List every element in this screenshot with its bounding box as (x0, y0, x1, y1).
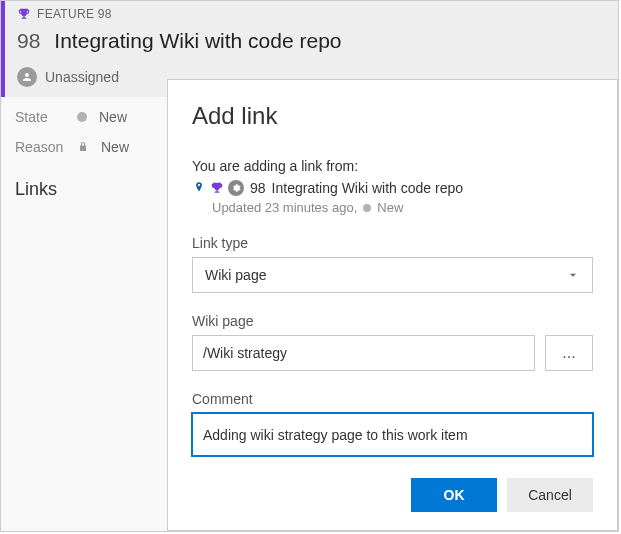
dialog-lead-text: You are adding a link from: (192, 158, 593, 174)
trophy-icon (17, 7, 31, 21)
source-work-item-subline: Updated 23 minutes ago, New (212, 200, 593, 215)
work-item-type-label: FEATURE 98 (37, 7, 112, 21)
wiki-page-input[interactable] (192, 335, 535, 371)
chevron-down-icon (566, 268, 580, 282)
state-value: New (99, 109, 127, 125)
add-link-dialog: Add link You are adding a link from: 98 … (167, 79, 618, 531)
assigned-to-value: Unassigned (45, 69, 119, 85)
source-state-text: New (377, 200, 403, 215)
state-label: State (15, 109, 65, 125)
comment-input[interactable] (192, 413, 593, 456)
source-work-item-title: Integrating Wiki with code repo (272, 180, 463, 196)
gear-icon (228, 180, 244, 196)
person-icon (17, 67, 37, 87)
work-item-id: 98 (17, 29, 40, 53)
ok-button[interactable]: OK (411, 478, 497, 512)
lock-icon (77, 141, 89, 153)
ellipsis-icon: ... (562, 344, 575, 362)
reason-value: New (101, 139, 129, 155)
reason-label: Reason (15, 139, 65, 155)
state-dot-icon (363, 204, 371, 212)
link-type-value: Wiki page (205, 267, 266, 283)
browse-button[interactable]: ... (545, 335, 593, 371)
trophy-icon (210, 181, 224, 195)
comment-label: Comment (192, 391, 593, 407)
pin-icon (192, 181, 206, 195)
source-work-item-id: 98 (250, 180, 266, 196)
link-type-label: Link type (192, 235, 593, 251)
link-type-select[interactable]: Wiki page (192, 257, 593, 293)
dialog-title: Add link (192, 102, 593, 130)
wiki-page-label: Wiki page (192, 313, 593, 329)
state-dot-icon (77, 112, 87, 122)
work-item-title-row: 98 Integrating Wiki with code repo (17, 29, 606, 53)
source-work-item-line: 98 Integrating Wiki with code repo (192, 180, 593, 196)
updated-ago-text: Updated 23 minutes ago, (212, 200, 357, 215)
cancel-button[interactable]: Cancel (507, 478, 593, 512)
work-item-type-row: FEATURE 98 (17, 7, 606, 21)
work-item-title: Integrating Wiki with code repo (54, 29, 341, 53)
